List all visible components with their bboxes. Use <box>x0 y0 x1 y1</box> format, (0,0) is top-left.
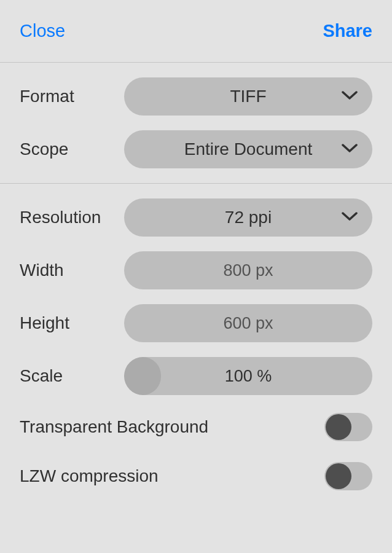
scale-stepper[interactable]: 100 % <box>124 357 372 395</box>
row-width: Width 800 px <box>0 244 392 297</box>
row-lzw: LZW compression <box>0 452 392 501</box>
format-label: Format <box>20 87 124 106</box>
row-height: Height 600 px <box>0 297 392 350</box>
lzw-label: LZW compression <box>20 466 324 486</box>
transparent-bg-label: Transparent Background <box>20 417 324 437</box>
header: Close Share <box>0 0 392 63</box>
format-dropdown[interactable]: TIFF <box>124 77 372 116</box>
transparent-bg-toggle[interactable] <box>324 413 372 441</box>
section-format-scope: Format TIFF Scope Entire Document <box>0 63 392 184</box>
close-button[interactable]: Close <box>20 21 65 41</box>
width-value: 800 px <box>223 261 273 280</box>
chevron-down-icon <box>342 211 358 224</box>
row-format: Format TIFF <box>0 70 392 123</box>
row-scale: Scale 100 % <box>0 350 392 402</box>
resolution-dropdown[interactable]: 72 ppi <box>124 198 372 237</box>
scope-dropdown[interactable]: Entire Document <box>124 130 372 168</box>
row-scope: Scope Entire Document <box>0 123 392 176</box>
section-dimensions: Resolution 72 ppi Width 800 px Height 60… <box>0 184 392 508</box>
scale-decrement-nub[interactable] <box>124 357 161 395</box>
scale-label: Scale <box>20 366 124 386</box>
share-button[interactable]: Share <box>323 21 372 41</box>
chevron-down-icon <box>342 90 358 103</box>
row-transparent-bg: Transparent Background <box>0 402 392 452</box>
width-input[interactable]: 800 px <box>124 251 372 289</box>
scope-label: Scope <box>20 139 124 159</box>
row-resolution: Resolution 72 ppi <box>0 191 392 244</box>
chevron-down-icon <box>342 143 358 155</box>
height-value: 600 px <box>223 314 273 333</box>
format-value: TIFF <box>230 87 266 106</box>
width-label: Width <box>20 261 124 280</box>
scale-value: 100 % <box>225 367 272 386</box>
lzw-toggle[interactable] <box>324 462 372 490</box>
resolution-value: 72 ppi <box>225 208 272 227</box>
resolution-label: Resolution <box>20 208 124 227</box>
toggle-knob <box>326 463 351 489</box>
scope-value: Entire Document <box>184 139 313 159</box>
height-label: Height <box>20 313 124 333</box>
height-input[interactable]: 600 px <box>124 304 372 342</box>
toggle-knob <box>326 414 351 440</box>
